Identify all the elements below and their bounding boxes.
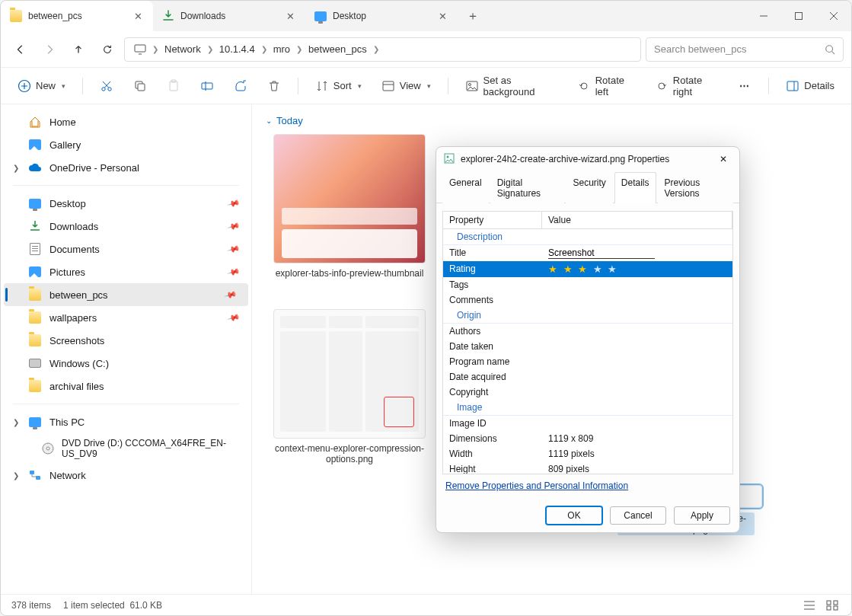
rename-button[interactable]	[193, 75, 222, 97]
group-today[interactable]: ⌄Today	[266, 115, 838, 126]
nav-archival[interactable]: archival files	[1, 375, 251, 397]
dialog-title: explorer-24h2-create-archive-wizard.png …	[461, 154, 669, 164]
nav-dvd[interactable]: DVD Drive (D:) CCCOMA_X64FRE_EN-US_DV9	[1, 433, 251, 464]
prop-copyright[interactable]: Copyright	[443, 385, 732, 400]
copy-button[interactable]	[126, 75, 155, 97]
more-button[interactable]: ⋯	[730, 75, 759, 97]
nav-gallery[interactable]: Gallery	[1, 133, 251, 156]
nav-onedrive[interactable]: ❯OneDrive - Personal	[1, 156, 251, 179]
window-close-button[interactable]	[816, 1, 851, 31]
breadcrumb[interactable]: ❯ Network ❯ 10.1.4.4 ❯ mro ❯ between_pcs…	[124, 37, 641, 62]
crumb-network[interactable]: Network	[161, 43, 204, 55]
close-icon[interactable]: ✕	[715, 151, 732, 168]
tab-previous-versions[interactable]: Previous Versions	[658, 172, 733, 203]
section-origin: Origin	[443, 308, 732, 324]
tab-general[interactable]: General	[442, 172, 489, 203]
rotate-left-button[interactable]: Rotate left	[570, 70, 643, 102]
nav-downloads[interactable]: Downloads📌	[1, 215, 251, 238]
nav-pictures[interactable]: Pictures📌	[1, 260, 251, 283]
nav-wallpapers[interactable]: wallpapers📌	[1, 306, 251, 329]
up-button[interactable]	[66, 37, 91, 62]
properties-list[interactable]: Property Value Description Title Rating★…	[442, 211, 733, 474]
cloud-icon	[28, 161, 42, 174]
tab-downloads[interactable]: Downloads ✕	[153, 1, 305, 31]
paste-button[interactable]	[159, 75, 188, 97]
prop-authors[interactable]: Authors	[443, 324, 732, 339]
nav-this-pc[interactable]: ❯This PC	[1, 410, 251, 433]
nav-between-pcs[interactable]: between_pcs📌	[4, 283, 248, 306]
prop-date-acquired[interactable]: Date acquired	[443, 369, 732, 385]
chevron-right-icon[interactable]: ❯	[13, 418, 19, 426]
refresh-button[interactable]	[95, 37, 120, 62]
rating-stars[interactable]: ★ ★ ★ ★ ★	[548, 263, 618, 275]
pin-icon: 📌	[224, 288, 238, 302]
prop-rating[interactable]: Rating★ ★ ★ ★ ★	[443, 261, 732, 277]
prop-width[interactable]: Width1119 pixels	[443, 446, 732, 461]
minimize-button[interactable]	[746, 1, 781, 31]
details-view-toggle[interactable]	[801, 598, 818, 612]
tab-signatures[interactable]: Digital Signatures	[490, 172, 565, 203]
nav-desktop[interactable]: Desktop📌	[1, 192, 251, 215]
image-file-icon	[444, 153, 455, 166]
prop-image-id[interactable]: Image ID	[443, 416, 732, 431]
rotate-right-icon	[655, 79, 669, 93]
crumb-mro[interactable]: mro	[270, 43, 293, 55]
remove-properties-link[interactable]: Remove Properties and Personal Informati…	[442, 474, 733, 494]
tab-add-button[interactable]: ＋	[458, 1, 488, 31]
crumb-ip[interactable]: 10.1.4.4	[216, 43, 258, 55]
delete-button[interactable]	[260, 75, 289, 97]
nav-windows-c[interactable]: Windows (C:)	[1, 352, 251, 375]
tab-desktop[interactable]: Desktop ✕	[305, 1, 458, 31]
file-item[interactable]: explorer-tabs-info-preview-thumbnail	[266, 134, 433, 279]
chevron-right-icon[interactable]: ❯	[13, 471, 19, 480]
prop-tags[interactable]: Tags	[443, 277, 732, 292]
dialog-titlebar[interactable]: explorer-24h2-create-archive-wizard.png …	[436, 147, 739, 171]
prop-program-name[interactable]: Program name	[443, 354, 732, 369]
close-icon[interactable]: ✕	[132, 10, 144, 22]
prop-date-taken[interactable]: Date taken	[443, 339, 732, 354]
crumb-between[interactable]: between_pcs	[305, 43, 370, 55]
plus-circle-icon	[18, 79, 31, 93]
new-button[interactable]: New▾	[10, 75, 73, 97]
file-item[interactable]: context-menu-explorer-compression-option…	[266, 309, 433, 464]
back-button[interactable]	[8, 37, 33, 62]
pin-icon: 📌	[227, 265, 241, 279]
tab-details[interactable]: Details	[614, 172, 656, 203]
prop-dimensions[interactable]: Dimensions1119 x 809	[443, 431, 732, 446]
nav-screenshots[interactable]: Screenshots	[1, 329, 251, 352]
tab-security[interactable]: Security	[566, 172, 612, 203]
details-icon	[786, 79, 799, 93]
address-bar: ❯ Network ❯ 10.1.4.4 ❯ mro ❯ between_pcs…	[1, 31, 851, 68]
network-icon	[28, 468, 42, 482]
nav-network[interactable]: ❯Network	[1, 464, 251, 487]
tab-between-pcs[interactable]: between_pcs ✕	[1, 1, 153, 31]
prop-height[interactable]: Height809 pixels	[443, 461, 732, 474]
close-icon[interactable]: ✕	[284, 10, 296, 22]
prop-title[interactable]: Title	[443, 245, 732, 261]
status-count: 378 items	[11, 600, 51, 611]
cut-button[interactable]	[92, 75, 121, 97]
close-icon[interactable]: ✕	[436, 10, 448, 22]
set-background-button[interactable]: Set as background	[458, 70, 565, 102]
search-input[interactable]: Search between_pcs	[646, 37, 844, 62]
maximize-button[interactable]	[781, 1, 816, 31]
rotate-right-button[interactable]: Rotate right	[647, 70, 726, 102]
search-placeholder: Search between_pcs	[654, 43, 818, 55]
nav-documents[interactable]: Documents📌	[1, 238, 251, 260]
nav-home[interactable]: Home	[1, 110, 251, 133]
forward-button[interactable]	[37, 37, 62, 62]
apply-button[interactable]: Apply	[674, 506, 730, 525]
thumbnails-view-toggle[interactable]	[824, 598, 841, 612]
scissors-icon	[100, 79, 113, 93]
share-button[interactable]	[226, 75, 255, 97]
cancel-button[interactable]: Cancel	[610, 506, 666, 525]
download-icon	[162, 10, 174, 22]
view-button[interactable]: View▾	[374, 75, 439, 97]
details-pane-button[interactable]: Details	[778, 75, 842, 97]
ok-button[interactable]: OK	[546, 506, 602, 525]
chevron-right-icon[interactable]: ❯	[13, 164, 19, 172]
title-input[interactable]	[548, 247, 655, 259]
prop-comments[interactable]: Comments	[443, 292, 732, 308]
section-image: Image	[443, 400, 732, 416]
sort-button[interactable]: Sort▾	[308, 75, 369, 97]
